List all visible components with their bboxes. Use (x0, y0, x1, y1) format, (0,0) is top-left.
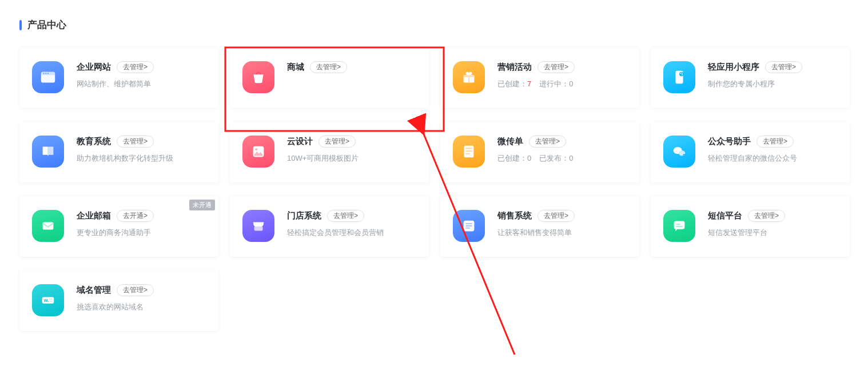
section-title-accent (19, 20, 22, 30)
manage-button[interactable]: 去管理> (310, 61, 347, 73)
manage-button[interactable]: 去管理> (327, 210, 364, 222)
stat-created-value: 7 (527, 79, 531, 88)
card-subtitle: 轻松搞定会员管理和会员营销 (287, 228, 416, 238)
card-title: 公众号助手 (708, 136, 751, 147)
card-design[interactable]: 云设计 去管理> 10W+可商用模板图片 (230, 122, 429, 182)
manage-button[interactable]: 去管理> (529, 136, 566, 148)
manage-button[interactable]: 去管理> (117, 61, 154, 73)
design-icon (242, 136, 274, 168)
sales-icon (453, 210, 485, 242)
manage-button[interactable]: 去管理> (756, 136, 794, 148)
svg-rect-13 (465, 148, 472, 149)
store-icon (242, 210, 274, 242)
card-sms[interactable]: 短信平台 去管理> 短信发送管理平台 (651, 196, 850, 257)
svg-rect-20 (254, 226, 263, 231)
manage-button[interactable]: 去管理> (318, 136, 356, 148)
flyer-icon (453, 136, 485, 168)
card-subtitle: 已创建：7进行中：0 (497, 79, 627, 89)
svg-rect-15 (465, 153, 470, 154)
marketing-icon (453, 61, 485, 93)
card-title: 微传单 (497, 136, 523, 147)
svg-rect-19 (43, 222, 54, 229)
card-subtitle: 轻松管理自家的微信公众号 (708, 153, 837, 164)
card-mall[interactable]: 商城 去管理> (230, 47, 429, 108)
stat-running-value: 0 (569, 79, 573, 88)
manage-button[interactable]: 去管理> (537, 210, 575, 222)
card-subtitle: 已创建：0已发布：0 (497, 153, 627, 164)
manage-button[interactable]: 去管理> (537, 61, 575, 73)
card-title: 域名管理 (77, 285, 111, 296)
card-subtitle: 短信发送管理平台 (708, 228, 837, 238)
card-mail[interactable]: 未开通 企业邮箱 去开通> 更专业的商务沟通助手 (19, 196, 218, 257)
mall-icon (242, 61, 274, 93)
education-icon (32, 136, 64, 168)
wechat-icon (663, 136, 695, 168)
svg-point-9 (679, 72, 684, 77)
card-miniapp[interactable]: 轻应用小程序 去管理> 制作您的专属小程序 (651, 47, 850, 108)
card-subtitle: 助力教培机构数字化转型升级 (77, 153, 206, 164)
card-subtitle: 挑选喜欢的网站域名 (77, 302, 206, 312)
card-subtitle: 制作您的专属小程序 (708, 79, 837, 89)
card-title: 云设计 (287, 136, 313, 147)
card-sales[interactable]: 销售系统 去管理> 让获客和销售变得简单 (440, 196, 639, 257)
svg-rect-14 (465, 150, 472, 152)
card-title: 教育系统 (77, 136, 111, 147)
stat-created-label: 已创建： (497, 79, 527, 88)
card-subtitle: 让获客和销售变得简单 (497, 228, 627, 238)
card-title: 短信平台 (708, 210, 742, 221)
card-wechat[interactable]: 公众号助手 去管理> 轻松管理自家的微信公众号 (651, 122, 850, 182)
manage-button[interactable]: 去管理> (117, 136, 154, 148)
svg-point-4 (47, 73, 49, 74)
stat-published-value: 0 (569, 154, 573, 162)
svg-rect-22 (465, 223, 472, 224)
card-title: 销售系统 (497, 210, 532, 221)
manage-button[interactable]: 去管理> (748, 210, 785, 222)
card-education[interactable]: 教育系统 去管理> 助力教培机构数字化转型升级 (19, 122, 218, 182)
manage-button[interactable]: 去管理> (117, 284, 154, 296)
svg-point-11 (255, 148, 257, 150)
card-subtitle: 更专业的商务沟通助手 (77, 228, 206, 238)
card-website[interactable]: 企业网站 去管理> 网站制作、维护都简单 (19, 47, 218, 108)
activate-button[interactable]: 去开通> (117, 210, 154, 222)
card-subtitle: 网站制作、维护都简单 (77, 79, 206, 89)
stat-created-label: 已创建： (497, 154, 527, 162)
card-flyer[interactable]: 微传单 去管理> 已创建：0已发布：0 (440, 122, 639, 182)
stat-running-label: 进行中： (539, 79, 569, 88)
card-domain[interactable]: W. 域名管理 去管理> 挑选喜欢的网站域名 (19, 270, 218, 331)
svg-rect-24 (465, 228, 470, 229)
domain-icon: W. (32, 284, 64, 316)
svg-rect-25 (674, 221, 685, 229)
section-title: 产品中心 (27, 18, 66, 31)
card-title: 营销活动 (497, 62, 532, 73)
card-title: 门店系统 (287, 210, 321, 221)
manage-button[interactable]: 去管理> (765, 61, 802, 73)
card-title: 轻应用小程序 (708, 62, 759, 73)
stat-created-value: 0 (527, 154, 531, 162)
card-store[interactable]: 门店系统 去管理> 轻松搞定会员管理和会员营销 (230, 196, 429, 257)
svg-rect-26 (676, 224, 680, 225)
card-title: 商城 (287, 62, 304, 73)
svg-rect-27 (676, 226, 682, 227)
card-title: 企业邮箱 (77, 210, 111, 221)
stat-published-label: 已发布： (539, 154, 569, 162)
card-marketing[interactable]: 营销活动 去管理> 已创建：7进行中：0 (440, 47, 639, 108)
miniapp-icon (663, 61, 695, 93)
svg-rect-23 (465, 225, 472, 226)
svg-rect-7 (468, 75, 469, 82)
sms-icon (663, 210, 695, 242)
status-badge: 未开通 (189, 200, 215, 210)
product-grid: 企业网站 去管理> 网站制作、维护都简单 商城 去管理> (19, 47, 849, 331)
section-header: 产品中心 (19, 18, 849, 31)
card-title: 企业网站 (77, 62, 111, 73)
svg-text:W.: W. (44, 298, 49, 303)
svg-point-3 (45, 73, 46, 74)
svg-point-2 (43, 73, 44, 74)
svg-rect-31 (50, 301, 53, 302)
website-icon (32, 61, 64, 93)
mail-icon (32, 210, 64, 242)
svg-rect-30 (50, 299, 53, 300)
card-subtitle: 10W+可商用模板图片 (287, 153, 416, 164)
